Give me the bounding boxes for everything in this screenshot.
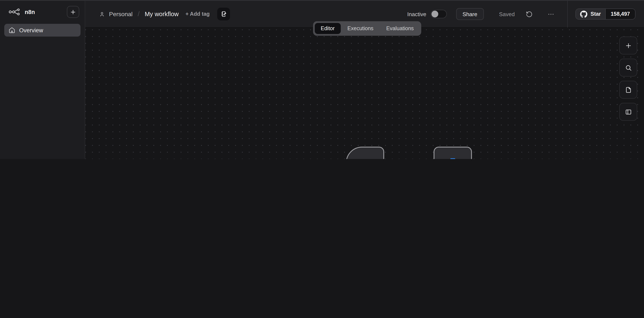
add-workflow-button[interactable] bbox=[67, 6, 79, 18]
sidebar-item-overview[interactable]: Overview bbox=[4, 24, 80, 36]
github-icon bbox=[580, 10, 588, 18]
toggle-knob bbox=[432, 11, 438, 17]
github-star-widget-wrap: Star 158,497 bbox=[568, 8, 644, 19]
more-options-icon[interactable] bbox=[548, 10, 555, 18]
github-star-count[interactable]: 158,497 bbox=[605, 9, 635, 19]
edit-note-button[interactable] bbox=[218, 8, 230, 20]
tab-executions[interactable]: Executions bbox=[342, 23, 379, 34]
n8n-logo[interactable]: n8n bbox=[8, 8, 35, 16]
add-tag-button[interactable]: + Add tag bbox=[186, 11, 210, 17]
n8n-logo-icon bbox=[8, 8, 22, 16]
sticky-note-button[interactable] bbox=[619, 81, 637, 99]
sidebar-header: n8n bbox=[0, 0, 85, 22]
github-star-label: Star bbox=[590, 11, 601, 17]
n8n-app-window: n8n Overview Templates I bbox=[0, 0, 644, 159]
activation-toggle[interactable] bbox=[430, 10, 447, 18]
history-icon[interactable] bbox=[526, 10, 533, 18]
github-star-button[interactable]: Star bbox=[576, 9, 605, 19]
toggle-panel-button[interactable] bbox=[619, 103, 637, 121]
main-area: Personal / My workflow + Add tag Inactiv… bbox=[85, 0, 644, 159]
home-icon bbox=[8, 27, 15, 34]
sidebar-item-label: Overview bbox=[19, 27, 43, 33]
activation-status-label: Inactive bbox=[407, 11, 426, 17]
view-tabs: Editor Executions Evaluations bbox=[313, 21, 422, 36]
node-time-saved[interactable] bbox=[434, 147, 472, 159]
github-star-widget[interactable]: Star 158,497 bbox=[576, 8, 636, 19]
user-icon bbox=[99, 11, 105, 17]
breadcrumb: Personal / My workflow bbox=[99, 10, 179, 18]
share-button[interactable]: Share bbox=[456, 8, 484, 20]
stopwatch-icon bbox=[444, 157, 462, 159]
add-node-button[interactable] bbox=[619, 36, 637, 54]
header-actions: Inactive Share Saved Star bbox=[407, 1, 644, 27]
canvas-right-toolbar bbox=[619, 36, 637, 121]
breadcrumb-project[interactable]: Personal bbox=[109, 11, 133, 17]
workflow-canvas[interactable]: When clicking ‘Execute workflow’ Time Sa… bbox=[85, 28, 644, 159]
breadcrumb-separator: / bbox=[136, 10, 141, 18]
search-button[interactable] bbox=[619, 59, 637, 77]
logo-text: n8n bbox=[25, 9, 35, 15]
workflow-title[interactable]: My workflow bbox=[144, 11, 179, 17]
tab-editor[interactable]: Editor bbox=[315, 23, 340, 34]
tab-evaluations[interactable]: Evaluations bbox=[380, 23, 420, 34]
mouse-pointer-icon bbox=[357, 158, 373, 159]
window-top-highlight bbox=[0, 0, 644, 1]
sidebar: n8n Overview Templates I bbox=[0, 0, 85, 159]
node-manual-trigger[interactable] bbox=[346, 147, 384, 159]
save-status: Saved bbox=[499, 11, 515, 17]
